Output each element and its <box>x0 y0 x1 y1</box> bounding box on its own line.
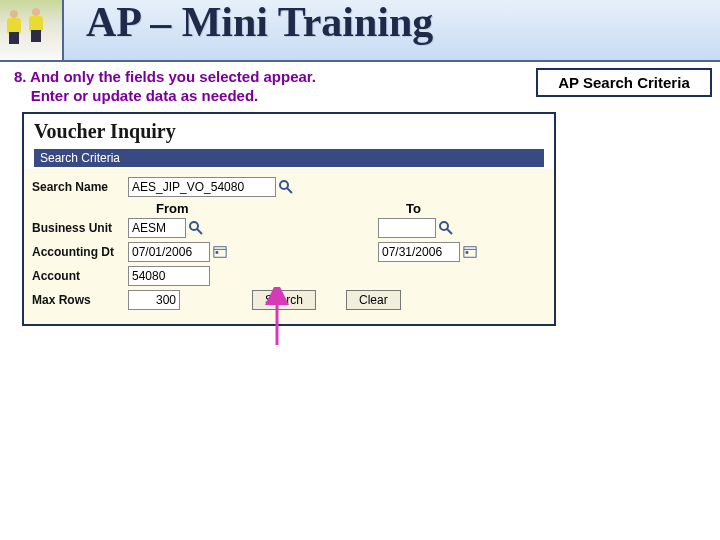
lookup-icon[interactable] <box>278 179 294 195</box>
instruction-line-2: Enter or update data as needed. <box>31 87 259 104</box>
svg-point-4 <box>440 222 448 230</box>
slide-title: AP – Mini Training <box>86 0 433 46</box>
svg-rect-8 <box>216 251 219 254</box>
section-header: Search Criteria <box>34 149 544 167</box>
calendar-icon[interactable] <box>462 244 478 260</box>
page-title: Voucher Inquiry <box>34 120 544 143</box>
status-badge: AP Search Criteria <box>536 68 712 97</box>
bu-to-input[interactable] <box>378 218 436 238</box>
lookup-icon[interactable] <box>438 220 454 236</box>
max-rows-input[interactable] <box>128 290 180 310</box>
svg-rect-11 <box>466 251 469 254</box>
lookup-icon[interactable] <box>188 220 204 236</box>
dt-to-input[interactable] <box>378 242 460 262</box>
dt-from-input[interactable] <box>128 242 210 262</box>
app-screenshot: Voucher Inquiry Search Criteria Search N… <box>22 112 556 326</box>
column-header-to: To <box>406 201 506 216</box>
label-max-rows: Max Rows <box>32 293 128 307</box>
svg-point-2 <box>190 222 198 230</box>
label-account: Account <box>32 269 128 283</box>
label-search-name: Search Name <box>32 180 128 194</box>
bu-from-input[interactable] <box>128 218 186 238</box>
column-header-from: From <box>128 201 406 216</box>
calendar-icon[interactable] <box>212 244 228 260</box>
label-business-unit: Business Unit <box>32 221 128 235</box>
account-input[interactable] <box>128 266 210 286</box>
clear-button[interactable]: Clear <box>346 290 401 310</box>
search-button[interactable]: Search <box>252 290 316 310</box>
instruction-line-1: 8. And only the fields you selected appe… <box>14 68 316 85</box>
skier-thumbnail <box>0 0 64 60</box>
instruction-text: 8. And only the fields you selected appe… <box>14 68 434 106</box>
slide-divider <box>0 60 720 62</box>
search-name-input[interactable] <box>128 177 276 197</box>
search-form: Search Name From To Business Unit <box>24 169 554 324</box>
svg-line-5 <box>447 229 452 234</box>
svg-line-1 <box>287 188 292 193</box>
svg-line-3 <box>197 229 202 234</box>
slide-header: AP – Mini Training <box>0 0 720 62</box>
label-accounting-dt: Accounting Dt <box>32 245 128 259</box>
svg-point-0 <box>280 181 288 189</box>
